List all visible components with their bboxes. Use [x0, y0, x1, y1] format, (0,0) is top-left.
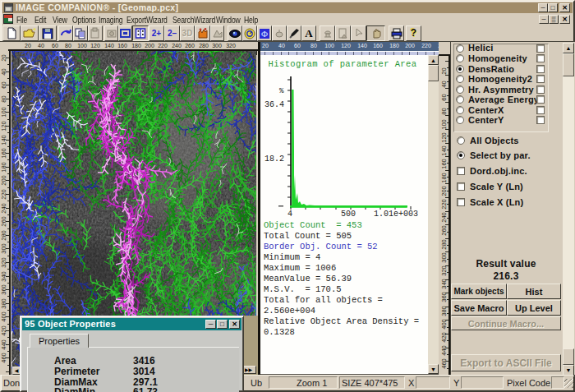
svg-text:Φ: Φ — [261, 29, 268, 39]
